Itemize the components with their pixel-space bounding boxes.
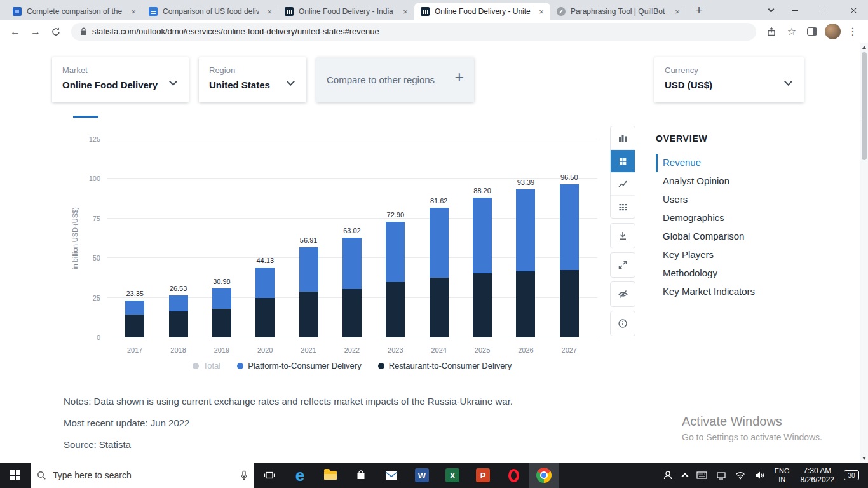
browser-tab[interactable]: Paraphrasing Tool | QuillBot A× — [550, 3, 686, 20]
new-tab-button[interactable]: + — [690, 1, 708, 19]
market-dropdown[interactable]: Market Online Food Delivery — [52, 57, 189, 102]
bar-group[interactable]: 63.022022 — [330, 139, 374, 337]
bar-group[interactable]: 93.392026 — [504, 139, 547, 337]
edge-button[interactable]: e — [285, 463, 315, 488]
sidebar-item-analyst-opinion[interactable]: Analyst Opinion — [656, 172, 834, 191]
browser-tab[interactable]: Comparison of US food deliv× — [142, 3, 278, 20]
bar-segment-platform[interactable] — [212, 288, 231, 309]
bar-group[interactable]: 23.352017 — [113, 139, 156, 337]
bar-segment-restaurant[interactable] — [560, 270, 579, 337]
excel-button[interactable]: X — [437, 463, 468, 488]
network-button[interactable] — [712, 463, 731, 488]
tray-expand-button[interactable] — [678, 463, 692, 488]
bar-group[interactable]: 88.202025 — [461, 139, 504, 337]
browser-tab[interactable]: Complete comparison of the× — [6, 3, 142, 20]
action-center-button[interactable]: 30 — [839, 463, 864, 488]
browser-tab[interactable]: Online Food Delivery - India |× — [278, 3, 414, 20]
wifi-button[interactable] — [731, 463, 750, 488]
bookmark-star-button[interactable]: ☆ — [783, 23, 801, 41]
bar-segment-platform[interactable] — [516, 189, 535, 272]
file-explorer-button[interactable] — [315, 463, 346, 488]
bar-segment-platform[interactable] — [560, 184, 579, 270]
opera-button[interactable] — [498, 463, 529, 488]
bar-segment-restaurant[interactable] — [125, 315, 144, 337]
bar-segment-restaurant[interactable] — [342, 289, 362, 337]
bar-segment-restaurant[interactable] — [255, 298, 275, 337]
tab-close-icon[interactable]: × — [400, 6, 410, 17]
tab-close-icon[interactable]: × — [672, 6, 682, 17]
powerpoint-button[interactable]: P — [468, 463, 498, 488]
legend-item[interactable]: Total — [193, 361, 220, 370]
currency-dropdown[interactable]: Currency USD (US$) — [654, 57, 804, 102]
bar-segment-restaurant[interactable] — [386, 282, 405, 337]
bar-segment-platform[interactable] — [299, 247, 318, 292]
back-button[interactable]: ← — [6, 23, 24, 41]
start-button[interactable] — [0, 463, 31, 488]
profile-avatar[interactable] — [824, 23, 841, 41]
touch-keyboard-button[interactable] — [692, 463, 712, 488]
bar-segment-platform[interactable] — [169, 295, 188, 311]
tab-close-icon[interactable]: × — [128, 6, 139, 17]
reload-button[interactable] — [47, 23, 65, 41]
bar-segment-restaurant[interactable] — [430, 278, 449, 337]
tab-search-button[interactable] — [761, 0, 780, 20]
legend-item[interactable]: Restaurant-to-Consumer Delivery — [378, 361, 512, 370]
bar-group[interactable]: 44.132020 — [243, 139, 287, 337]
info-button[interactable] — [610, 311, 635, 336]
bar-group[interactable]: 56.912021 — [287, 139, 330, 337]
forward-button[interactable]: → — [27, 23, 44, 41]
bar-group[interactable]: 26.532018 — [156, 139, 200, 337]
minimize-button[interactable] — [780, 0, 810, 20]
language-indicator[interactable]: ENG IN — [769, 467, 796, 484]
sidebar-item-key-market-indicators[interactable]: Key Market Indicators — [656, 283, 834, 301]
maximize-button[interactable] — [810, 0, 839, 20]
word-button[interactable]: W — [407, 463, 437, 488]
bar-group[interactable]: 96.502027 — [548, 139, 591, 337]
tab-close-icon[interactable]: × — [536, 6, 546, 17]
share-button[interactable] — [763, 23, 780, 41]
chart-type-table-button[interactable] — [611, 195, 635, 218]
chart-type-line-button[interactable] — [611, 172, 635, 195]
bar-segment-restaurant[interactable] — [299, 292, 318, 337]
bar-segment-platform[interactable] — [125, 301, 144, 315]
address-bar[interactable]: statista.com/outlook/dmo/eservices/onlin… — [71, 23, 756, 41]
bar-segment-restaurant[interactable] — [516, 271, 535, 337]
scrollbar-thumb[interactable] — [862, 52, 867, 160]
people-button[interactable] — [658, 463, 678, 488]
bar-segment-platform[interactable] — [430, 208, 449, 278]
sidebar-item-key-players[interactable]: Key Players — [656, 246, 834, 264]
browser-menu-button[interactable]: ⋮ — [844, 23, 862, 41]
task-view-button[interactable] — [254, 463, 285, 488]
sidebar-item-users[interactable]: Users — [656, 191, 834, 209]
legend-item[interactable]: Platform-to-Consumer Delivery — [237, 361, 361, 370]
fullscreen-button[interactable] — [610, 252, 635, 278]
chart-type-stacked-button[interactable] — [611, 149, 635, 172]
mail-button[interactable] — [376, 463, 407, 488]
hide-chart-button[interactable] — [610, 281, 635, 307]
bar-group[interactable]: 72.902023 — [374, 139, 417, 337]
side-panel-button[interactable] — [803, 23, 821, 41]
bar-group[interactable]: 30.982019 — [200, 139, 243, 337]
scroll-down-arrow[interactable] — [862, 457, 866, 460]
bar-segment-platform[interactable] — [255, 268, 275, 298]
sidebar-item-demographics[interactable]: Demographics — [656, 209, 834, 227]
sidebar-item-global-comparison[interactable]: Global Comparison — [656, 227, 834, 246]
tab-close-icon[interactable]: × — [264, 6, 275, 17]
page-scrollbar[interactable] — [860, 43, 868, 463]
taskbar-search-input[interactable]: Type here to search — [31, 463, 254, 488]
browser-tab[interactable]: Online Food Delivery - Unite× — [414, 3, 550, 20]
region-dropdown[interactable]: Region United States — [199, 57, 306, 102]
scroll-up-arrow[interactable] — [862, 46, 866, 49]
chart-type-bar-button[interactable] — [611, 126, 635, 149]
close-button[interactable] — [839, 0, 868, 20]
bar-group[interactable]: 81.622024 — [417, 139, 461, 337]
compare-regions-button[interactable]: Compare to other regions + — [316, 57, 474, 102]
bar-segment-platform[interactable] — [342, 238, 362, 289]
download-button[interactable] — [610, 223, 635, 248]
tray-clock[interactable]: 7:30 AM 8/26/2022 — [796, 466, 839, 484]
bar-segment-platform[interactable] — [473, 198, 492, 273]
bar-segment-restaurant[interactable] — [212, 309, 231, 337]
store-button[interactable] — [346, 463, 376, 488]
sidebar-item-revenue[interactable]: Revenue — [656, 154, 834, 172]
sidebar-item-methodology[interactable]: Methodology — [656, 264, 834, 283]
